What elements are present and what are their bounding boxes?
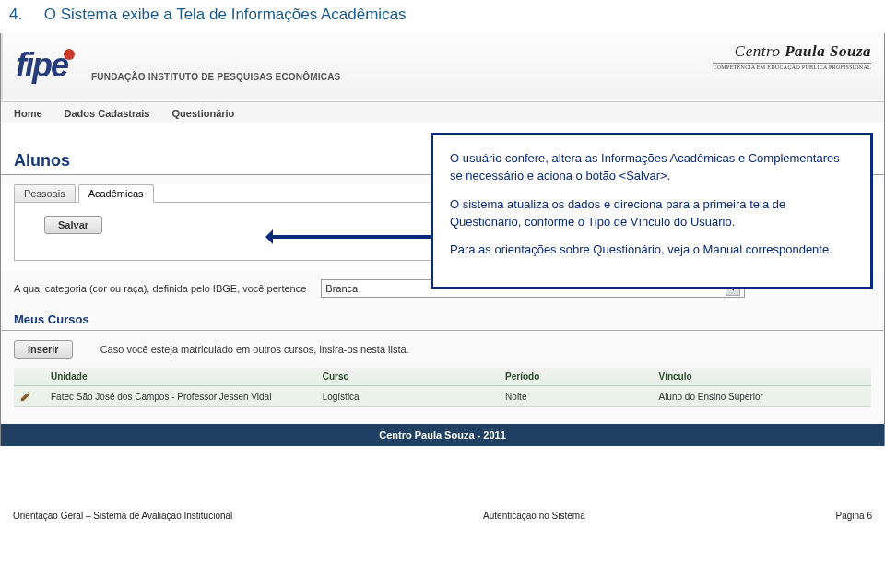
cps-logo-block: Centro Paula Souza COMPETÊNCIA EM EDUCAÇ… (713, 42, 871, 70)
meus-cursos-heading: Meus Cursos (1, 303, 884, 331)
callout-p3: Para as orientações sobre Questionário, … (450, 241, 854, 259)
doc-step-heading: 4. O Sistema exibe a Tela de Informações… (0, 0, 885, 33)
callout-p2: O sistema atualiza os dados e direciona … (450, 196, 854, 231)
th-periodo: Período (505, 371, 653, 382)
instruction-callout: O usuário confere, altera as Informações… (431, 133, 873, 289)
th-vinculo: Vínculo (658, 371, 866, 382)
doc-step-number: 4. (9, 6, 22, 23)
main-nav: Home Dados Cadastrais Questionário (1, 102, 884, 123)
nav-quest[interactable]: Questionário (172, 108, 235, 119)
doc-footer-center: Autenticação no Sistema (483, 511, 585, 521)
cursos-table: Unidade Curso Período Vínculo Fatec São … (14, 368, 871, 407)
fipe-logo-block: fipe FUNDAÇÃO INSTITUTO DE PESQUISAS ECO… (16, 46, 340, 85)
edit-icon[interactable] (19, 390, 32, 403)
doc-step-text: O Sistema exibe a Tela de Informações Ac… (44, 6, 407, 23)
cps-tagline: COMPETÊNCIA EM EDUCAÇÃO PÚBLICA PROFISSI… (713, 63, 871, 70)
doc-footer: Orientação Geral – Sistema de Avaliação … (0, 446, 885, 530)
tab-academicas[interactable]: Acadêmicas (78, 184, 154, 203)
save-button[interactable]: Salvar (44, 216, 102, 234)
insert-button[interactable]: Inserir (14, 340, 73, 359)
table-row: Fatec São José dos Campos - Professor Je… (14, 386, 871, 407)
nav-home[interactable]: Home (14, 108, 42, 119)
doc-footer-right: Página 6 (836, 511, 872, 521)
td-unidade: Fatec São José dos Campos - Professor Je… (51, 392, 317, 402)
ibge-dropdown-value: Branca (325, 283, 358, 294)
fipe-logo-dot-icon (64, 49, 75, 60)
cps-brand-line1: Centro (735, 42, 781, 60)
app-footer: Centro Paula Souza - 2011 (1, 424, 884, 446)
fipe-logo-text: fipe (16, 46, 67, 84)
tab-pessoais[interactable]: Pessoais (14, 184, 76, 203)
cursos-note: Caso você esteja matriculado em outros c… (100, 344, 409, 355)
callout-p1: O usuário confere, altera as Informações… (450, 150, 854, 185)
cursos-toolbar: Inserir Caso você esteja matriculado em … (1, 331, 884, 362)
cps-brand-line2: Paula Souza (785, 42, 871, 60)
td-curso: Logística (323, 392, 500, 402)
td-periodo: Noite (505, 392, 653, 402)
th-unidade: Unidade (51, 371, 317, 382)
td-vinculo: Aluno do Ensino Superior (658, 392, 866, 402)
browser-frame: fipe FUNDAÇÃO INSTITUTO DE PESQUISAS ECO… (0, 33, 885, 446)
fipe-subtitle: FUNDAÇÃO INSTITUTO DE PESQUISAS ECONÔMIC… (91, 72, 340, 82)
nav-dados[interactable]: Dados Cadastrais (65, 108, 150, 119)
banner: fipe FUNDAÇÃO INSTITUTO DE PESQUISAS ECO… (1, 33, 884, 102)
ibge-question-text: A qual categoria (cor ou raça), definida… (14, 283, 306, 294)
table-header: Unidade Curso Período Vínculo (14, 368, 871, 386)
callout-arrow-icon (267, 235, 433, 239)
doc-footer-left: Orientação Geral – Sistema de Avaliação … (13, 511, 232, 521)
th-curso: Curso (323, 371, 500, 382)
